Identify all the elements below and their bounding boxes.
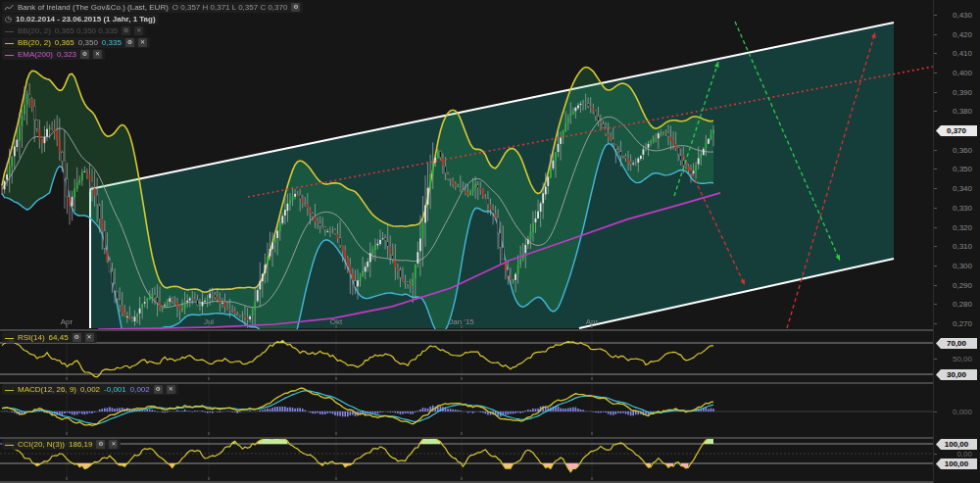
bb-upper-value: 0,365 xyxy=(55,38,74,47)
axis-tick-mark xyxy=(934,92,937,93)
indicator-settings-button[interactable]: ⚙ xyxy=(80,50,89,59)
legend-block: Bank of Ireland (The Gov&Co.) (Last, EUR… xyxy=(2,2,303,61)
series-color-dash: — xyxy=(5,27,14,35)
indicator-settings-button[interactable]: ⚙ xyxy=(122,26,130,35)
date-range: 10.02.2014 - 23.06.2015 (1 Jahr, 1 Tag) xyxy=(16,15,156,24)
y-axis-tick: 0,00 xyxy=(956,450,972,459)
macd-label: MACD(12, 26, 9) xyxy=(18,385,76,394)
bb-mid-value: 0,350 xyxy=(78,38,98,47)
price-axis[interactable]: 0,4300,4200,4100,4000,3900,3800,3600,350… xyxy=(933,0,980,483)
y-axis-tick: 0,430 xyxy=(953,11,972,20)
indicator-settings-button[interactable]: ⚙ xyxy=(125,38,134,47)
indicator-close-button[interactable]: ✕ xyxy=(109,440,118,449)
axis-tick-mark xyxy=(934,227,937,228)
legend-ema-row: — EMA(200) 0,323 ⚙ ✕ xyxy=(2,49,105,60)
threshold-tag: 70,00 xyxy=(936,338,977,349)
indicator-close-button[interactable]: ✕ xyxy=(93,50,102,59)
y-axis-tick: 0,400 xyxy=(953,69,972,77)
axis-tick-mark xyxy=(934,111,937,112)
threshold-tag: 30,00 xyxy=(936,369,977,380)
x-axis-label: Apr xyxy=(586,317,598,326)
y-axis-tick: 0,340 xyxy=(953,184,972,193)
y-axis-tick: 0,350 xyxy=(953,165,972,173)
date-range-row: ◷ 10.02.2014 - 23.06.2015 (1 Jahr, 1 Tag… xyxy=(2,14,159,24)
x-axis-label: Apr xyxy=(61,317,73,326)
y-axis-tick: 0,360 xyxy=(953,146,972,155)
y-axis-tick: 0,320 xyxy=(953,223,972,232)
y-axis-tick: 50,00 xyxy=(953,355,972,363)
panel-resize-handle-cci[interactable] xyxy=(0,437,980,439)
axis-tick-mark xyxy=(934,266,937,266)
chart-settings-button[interactable]: ⚙ xyxy=(291,3,300,12)
axis-tick-mark xyxy=(934,34,937,35)
indicator-settings-button[interactable]: ⚙ xyxy=(73,333,81,342)
indicator-label: EMA(200) xyxy=(18,50,53,59)
series-color-dash: — xyxy=(5,334,14,342)
axis-tick-mark xyxy=(934,188,937,189)
y-axis-tick: 0,000 xyxy=(953,408,972,416)
rsi-value: 64,45 xyxy=(49,333,69,342)
legend-bb-disabled-row: — BB(20, 2) 0,365 0,350 0,335 ⚙ ✕ xyxy=(2,25,146,36)
y-axis-tick: 0,290 xyxy=(953,281,972,290)
cci-label: CCI(20, N(3)) xyxy=(18,440,65,449)
instrument-header-row: Bank of Ireland (The Gov&Co.) (Last, EUR… xyxy=(2,2,303,13)
y-axis-tick: 0,300 xyxy=(953,262,972,270)
axis-tick-mark xyxy=(934,169,937,169)
rsi-panel-header: — RSI(14) 64,45 ⚙ ✕ xyxy=(2,332,97,343)
y-axis-tick: 0,390 xyxy=(953,88,972,97)
axis-tick-mark xyxy=(934,246,937,247)
clock-icon: ◷ xyxy=(5,15,12,24)
y-axis-tick: 0,410 xyxy=(953,49,972,58)
axis-tick-mark xyxy=(934,208,937,209)
axis-tick-mark xyxy=(934,304,937,305)
ohlc-values: O 0,357 H 0,371 L 0,357 C 0,370 xyxy=(172,3,288,12)
axis-tick-mark xyxy=(934,411,937,412)
y-axis-tick: 0,280 xyxy=(953,300,972,309)
macd-value: 0,002 xyxy=(80,385,100,394)
indicator-values: 0,365 0,350 0,335 xyxy=(55,26,119,35)
axis-tick-mark xyxy=(934,285,937,286)
chart-canvas[interactable] xyxy=(0,0,933,483)
macd-signal-value: -0,001 xyxy=(104,385,126,394)
bb-lower-value: 0,335 xyxy=(102,38,122,47)
axis-tick-mark xyxy=(934,323,937,324)
indicator-close-button[interactable]: ✕ xyxy=(134,26,143,35)
indicator-label: BB(20, 2) xyxy=(18,26,51,35)
instrument-title: Bank of Ireland (The Gov&Co.) (Last, EUR… xyxy=(18,3,169,12)
axis-tick-mark xyxy=(934,72,937,73)
indicator-close-button[interactable]: ✕ xyxy=(85,333,94,342)
axis-tick-mark xyxy=(934,454,937,455)
threshold-tag: 100,00 xyxy=(936,439,977,450)
macd-hist-value: 0,002 xyxy=(130,385,150,394)
last-price-tag: 0,370 xyxy=(936,125,977,136)
cci-value: 186,19 xyxy=(69,440,92,449)
ema-value: 0,323 xyxy=(57,50,76,59)
y-axis-tick: 0,310 xyxy=(953,242,972,251)
line-chart-icon xyxy=(5,4,14,12)
indicator-settings-button[interactable]: ⚙ xyxy=(154,385,163,394)
indicator-close-button[interactable]: ✕ xyxy=(138,38,147,47)
axis-tick-mark xyxy=(934,15,937,16)
axis-tick-mark xyxy=(934,53,937,54)
rsi-label: RSI(14) xyxy=(18,333,45,342)
x-axis-label: Okt xyxy=(330,317,342,326)
series-color-dash: — xyxy=(5,441,14,449)
macd-panel-header: — MACD(12, 26, 9) 0,002 -0,001 0,002 ⚙ ✕ xyxy=(2,384,178,395)
y-axis-tick: 0,380 xyxy=(953,107,972,116)
series-color-dash: — xyxy=(5,39,14,47)
x-axis-label: Jan '15 xyxy=(449,317,474,326)
series-color-dash: — xyxy=(5,51,14,59)
indicator-label: BB(20, 2) xyxy=(18,38,51,47)
y-axis-tick: 0,270 xyxy=(953,319,972,328)
series-color-dash: — xyxy=(5,386,14,394)
indicator-close-button[interactable]: ✕ xyxy=(167,385,175,394)
y-axis-tick: 0,420 xyxy=(953,30,972,39)
cci-panel-header: — CCI(20, N(3)) 186,19 ⚙ ✕ xyxy=(2,439,121,450)
y-axis-tick: 0,330 xyxy=(953,204,972,213)
indicator-settings-button[interactable]: ⚙ xyxy=(96,440,105,449)
threshold-tag: 100,00 xyxy=(936,459,977,469)
x-axis-label: Jul xyxy=(204,317,214,326)
panel-resize-handle-rsi[interactable] xyxy=(0,329,980,331)
axis-tick-mark xyxy=(934,359,937,360)
legend-bb-row: — BB(20, 2) 0,365 0,350 0,335 ⚙ ✕ xyxy=(2,37,150,48)
